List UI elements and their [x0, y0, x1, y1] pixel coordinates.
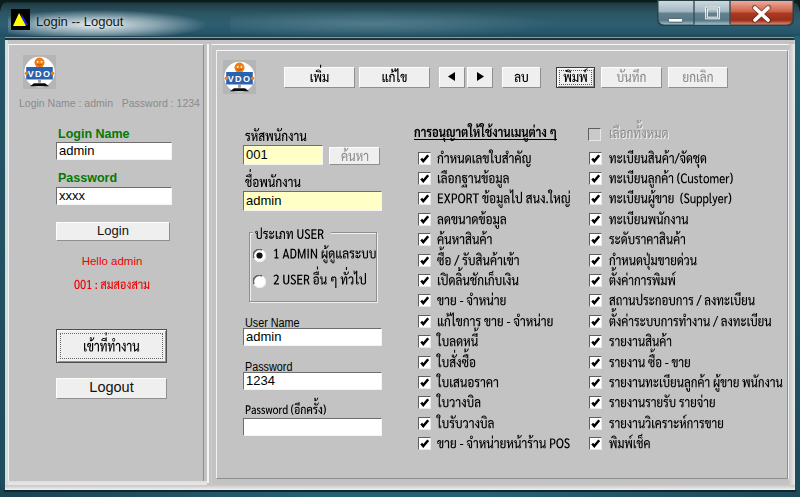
svg-text:VDO: VDO — [228, 74, 252, 84]
svg-text:VDO: VDO — [28, 69, 52, 79]
